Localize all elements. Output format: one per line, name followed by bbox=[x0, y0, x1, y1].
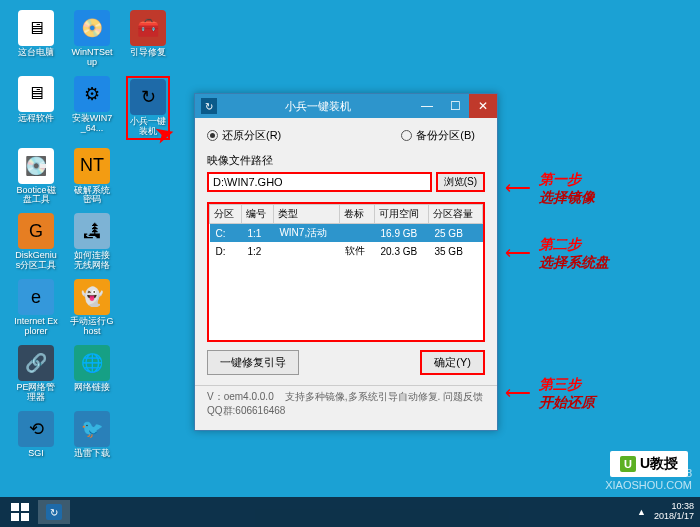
partition-table[interactable]: 分区编号类型卷标可用空间分区容量 C:1:1WIN7,活动16.9 GB25 G… bbox=[207, 202, 485, 342]
titlebar[interactable]: ↻ 小兵一键装机 — ☐ ✕ bbox=[195, 94, 497, 118]
app-icon: 🧰 bbox=[130, 10, 166, 46]
radio-restore[interactable]: 还原分区(R) bbox=[207, 128, 281, 143]
col-header[interactable]: 可用空间 bbox=[374, 205, 428, 224]
desktop-icon[interactable]: 👻手动运行Ghost bbox=[70, 279, 114, 337]
app-icon: G bbox=[18, 213, 54, 249]
icon-label: Internet Explorer bbox=[14, 317, 58, 337]
icon-label: 手动运行Ghost bbox=[70, 317, 114, 337]
app-window: ↻ 小兵一键装机 — ☐ ✕ 还原分区(R) 备份分区(B) 映像文件路径 浏览… bbox=[194, 93, 498, 431]
app-icon: 🌐 bbox=[74, 345, 110, 381]
app-icon: 🏞 bbox=[74, 213, 110, 249]
app-icon: e bbox=[18, 279, 54, 315]
desktop-icon[interactable]: ⚙安装WIN7_64... bbox=[70, 76, 114, 140]
icon-label: 网络链接 bbox=[74, 383, 110, 393]
app-icon: NT bbox=[74, 148, 110, 184]
table-row[interactable]: D:1:2软件20.3 GB35 GB bbox=[210, 242, 483, 260]
desktop-icon[interactable]: NT破解系统密码 bbox=[70, 148, 114, 206]
desktop-icon[interactable]: ⟲SGI bbox=[14, 411, 58, 459]
arrow-icon: ⟵ bbox=[505, 382, 531, 404]
icon-label: WinNTSetup bbox=[70, 48, 114, 68]
desktop-icon[interactable]: 🖥这台电脑 bbox=[14, 10, 58, 68]
col-header[interactable]: 编号 bbox=[241, 205, 273, 224]
desktop-icon[interactable]: 🏞如何连接无线网络 bbox=[70, 213, 114, 271]
svg-rect-1 bbox=[21, 503, 29, 511]
taskbar-app[interactable]: ↻ bbox=[38, 500, 70, 524]
app-icon: 🖥 bbox=[18, 10, 54, 46]
radio-icon bbox=[401, 130, 412, 141]
radio-icon bbox=[207, 130, 218, 141]
app-icon: ⚙ bbox=[74, 76, 110, 112]
app-icon: ↻ bbox=[130, 79, 166, 115]
image-path-input[interactable] bbox=[207, 172, 432, 192]
desktop-icon[interactable]: 🐦迅雷下载 bbox=[70, 411, 114, 459]
col-header[interactable]: 分区 bbox=[210, 205, 242, 224]
status-bar: V：oem4.0.0.0 支持多种镜像,多系统引导自动修复. 问题反馈QQ群:6… bbox=[195, 385, 497, 422]
icon-label: 安装WIN7_64... bbox=[70, 114, 114, 134]
desktop-icon[interactable]: 🌐网络链接 bbox=[70, 345, 114, 403]
clock[interactable]: 10:382018/1/17 bbox=[654, 502, 694, 522]
col-header[interactable]: 类型 bbox=[273, 205, 339, 224]
annotation-step2: ⟵ 第二步选择系统盘 bbox=[505, 235, 609, 271]
icon-label: 远程软件 bbox=[18, 114, 54, 124]
watermark: Windows 8XIAOSHOU.COM bbox=[605, 467, 692, 491]
close-button[interactable]: ✕ bbox=[469, 94, 497, 118]
app-icon: 🐦 bbox=[74, 411, 110, 447]
app-icon: 👻 bbox=[74, 279, 110, 315]
svg-rect-2 bbox=[11, 513, 19, 521]
col-header[interactable]: 卷标 bbox=[339, 205, 374, 224]
svg-rect-3 bbox=[21, 513, 29, 521]
arrow-icon: ⟵ bbox=[505, 242, 531, 264]
taskbar[interactable]: ↻ ▲ 10:382018/1/17 bbox=[0, 497, 700, 527]
icon-label: 迅雷下载 bbox=[74, 449, 110, 459]
radio-backup[interactable]: 备份分区(B) bbox=[401, 128, 475, 143]
icon-label: 如何连接无线网络 bbox=[70, 251, 114, 271]
app-icon: ⟲ bbox=[18, 411, 54, 447]
tray-icon[interactable]: ▲ bbox=[637, 507, 646, 517]
app-icon: 💽 bbox=[18, 148, 54, 184]
radio-restore-label: 还原分区(R) bbox=[222, 128, 281, 143]
icon-label: DiskGenius分区工具 bbox=[14, 251, 58, 271]
window-title: 小兵一键装机 bbox=[223, 99, 413, 114]
desktop-icon[interactable]: 🔗PE网络管理器 bbox=[14, 345, 58, 403]
desktop-icon[interactable]: 🧰引导修复 bbox=[126, 10, 170, 68]
browse-button[interactable]: 浏览(S) bbox=[436, 172, 485, 192]
maximize-button[interactable]: ☐ bbox=[441, 94, 469, 118]
table-row[interactable]: C:1:1WIN7,活动16.9 GB25 GB bbox=[210, 224, 483, 243]
icon-label: Bootice磁盘工具 bbox=[14, 186, 58, 206]
arrow-icon: ⟵ bbox=[505, 177, 531, 199]
icon-label: PE网络管理器 bbox=[14, 383, 58, 403]
icon-label: 引导修复 bbox=[130, 48, 166, 58]
desktop-icon[interactable]: 🖥远程软件 bbox=[14, 76, 58, 140]
icon-label: 这台电脑 bbox=[18, 48, 54, 58]
col-header[interactable]: 分区容量 bbox=[428, 205, 482, 224]
annotation-step1: ⟵ 第一步选择镜像 bbox=[505, 170, 595, 206]
desktop-icon[interactable]: 📀WinNTSetup bbox=[70, 10, 114, 68]
annotation-step3: ⟵ 第三步开始还原 bbox=[505, 375, 595, 411]
desktop-icon[interactable]: eInternet Explorer bbox=[14, 279, 58, 337]
app-icon: ↻ bbox=[201, 98, 217, 114]
app-icon: 🖥 bbox=[18, 76, 54, 112]
ok-button[interactable]: 确定(Y) bbox=[420, 350, 485, 375]
icon-label: 破解系统密码 bbox=[70, 186, 114, 206]
system-tray[interactable]: ▲ 10:382018/1/17 bbox=[637, 502, 694, 522]
app-icon: 📀 bbox=[74, 10, 110, 46]
repair-boot-button[interactable]: 一键修复引导 bbox=[207, 350, 299, 375]
radio-backup-label: 备份分区(B) bbox=[416, 128, 475, 143]
path-label: 映像文件路径 bbox=[207, 153, 485, 168]
minimize-button[interactable]: — bbox=[413, 94, 441, 118]
desktop-icons: 🖥这台电脑📀WinNTSetup🧰引导修复 🖥远程软件⚙安装WIN7_64...… bbox=[14, 10, 170, 467]
start-button[interactable] bbox=[6, 500, 34, 524]
icon-label: SGI bbox=[28, 449, 44, 459]
svg-rect-0 bbox=[11, 503, 19, 511]
desktop-icon[interactable]: 💽Bootice磁盘工具 bbox=[14, 148, 58, 206]
desktop-icon[interactable]: GDiskGenius分区工具 bbox=[14, 213, 58, 271]
app-icon: 🔗 bbox=[18, 345, 54, 381]
